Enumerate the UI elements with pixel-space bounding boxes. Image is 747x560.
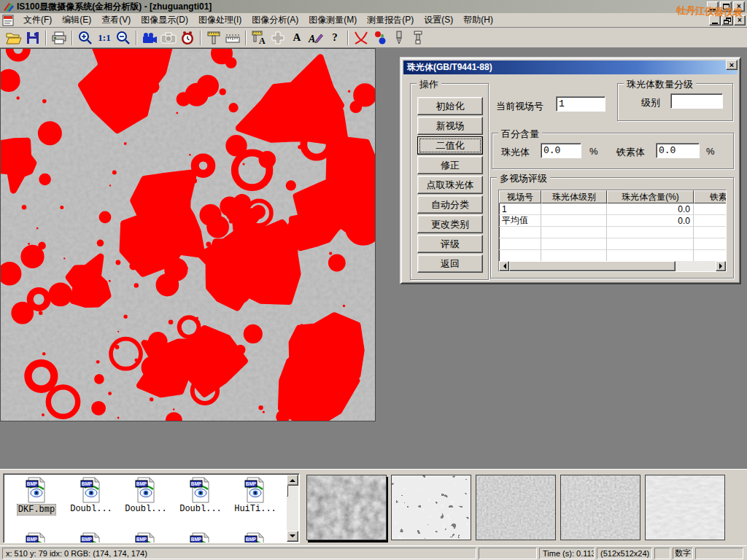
initialize-button[interactable]: 初始化 (417, 97, 483, 115)
menu-edit[interactable]: 编辑(E) (57, 12, 96, 28)
menu-file[interactable]: 文件(F) (18, 12, 57, 28)
camera-capture-icon[interactable] (159, 29, 178, 47)
file-item-partial[interactable]: BMP (230, 532, 281, 543)
file-browser-vscrollbar[interactable] (287, 475, 298, 542)
file-name[interactable]: Doubl... (124, 504, 168, 514)
vscroll-thumb[interactable] (287, 485, 288, 497)
thumbnail-3[interactable] (476, 475, 556, 540)
particle-classify-icon[interactable]: a (371, 29, 390, 47)
file-browser[interactable]: BMP DKF.bmp BMP Doubl... BMP Doubl (3, 473, 300, 543)
dialog-titlebar[interactable]: 珠光体(GB/T9441-88) (403, 61, 738, 74)
help-icon[interactable]: ? (325, 29, 344, 47)
file-name[interactable]: HuiTi... (233, 504, 277, 514)
statusbar: x: 510 y: 79 idx: 0 RGB: (174, 174, 174)… (0, 545, 747, 560)
ruler-measure-icon[interactable] (223, 29, 242, 47)
titlebar: IS100显微摄像系统(金相分析版) - [zhuguangti01] × 牡丹… (0, 0, 747, 13)
pen-tool-icon[interactable] (390, 29, 409, 47)
merge-cross-icon[interactable] (268, 29, 287, 47)
hscroll-thumb[interactable] (509, 261, 676, 271)
col-pearlite-content[interactable]: 珠光体含量(%) (607, 190, 694, 203)
current-field-input[interactable] (556, 96, 605, 112)
zoom-in-icon[interactable] (76, 29, 95, 47)
menu-image-measure[interactable]: 图像测量(M) (303, 12, 362, 28)
pearlite-dialog: 珠光体(GB/T9441-88) × 操作 初始化 新视场 二值化 修正 点取珠… (400, 57, 741, 284)
menu-measure-report[interactable]: 测量报告(P) (362, 12, 419, 28)
file-item[interactable]: BMP DKF.bmp (11, 477, 62, 516)
video-capture-icon[interactable] (140, 29, 159, 47)
file-item[interactable]: BMP Doubl... (66, 477, 117, 514)
file-item-partial[interactable]: BMP (11, 532, 62, 543)
thumbnail-5[interactable] (645, 475, 725, 540)
svg-text:A: A (308, 34, 315, 44)
open-file-icon[interactable] (4, 29, 23, 47)
ferrite-percent-input[interactable] (656, 143, 700, 158)
brush-tool-icon[interactable] (409, 29, 427, 47)
file-item-partial[interactable]: BMP (66, 532, 117, 543)
return-button[interactable]: 返回 (417, 254, 483, 273)
table-row[interactable]: 平均值 0.0 (499, 215, 727, 227)
text-annotation-icon[interactable]: A (306, 29, 325, 47)
grading-group: 珠光体数量分级 级别 (617, 83, 733, 121)
table-hscrollbar[interactable] (499, 261, 726, 271)
mdi-child-icon[interactable] (2, 15, 15, 26)
level-input[interactable] (670, 93, 723, 109)
hscroll-track[interactable] (676, 261, 716, 271)
file-item[interactable]: BMP HuiTi... (230, 477, 281, 514)
menu-image-analysis[interactable]: 图像分析(A) (247, 12, 303, 28)
scroll-up-button[interactable] (287, 475, 298, 486)
left-arrow-icon (500, 263, 506, 269)
pearlite-percent-input[interactable] (541, 143, 581, 158)
menu-image-display[interactable]: 图像显示(D) (136, 12, 193, 28)
bottom-panel: BMP DKF.bmp BMP Doubl... BMP Doubl (0, 469, 747, 545)
table-row[interactable]: 1 0.0 (499, 203, 727, 215)
col-pearlite-grade[interactable]: 珠光体级别 (541, 190, 607, 203)
caliper-measure-icon[interactable] (204, 29, 223, 47)
file-item-partial[interactable]: BMP (175, 532, 226, 543)
menu-image-processing[interactable]: 图像处理(I) (193, 12, 247, 28)
status-image-size: (512x512x24) (597, 548, 652, 559)
rating-table[interactable]: 视场号 珠光体级别 珠光体含量(%) 铁素体 1 0.0 平均 (498, 190, 727, 272)
pick-pearlite-button[interactable]: 点取珠光体 (417, 176, 483, 194)
scroll-down-button[interactable] (287, 531, 298, 542)
toolbar-separator (136, 31, 137, 45)
thumbnail-4[interactable] (560, 475, 640, 540)
print-icon[interactable] (50, 29, 69, 47)
actual-size-icon[interactable]: 1:1 (95, 29, 114, 47)
curve-tool-icon[interactable] (352, 29, 371, 47)
menu-help[interactable]: 帮助(H) (458, 12, 498, 28)
auto-classify-button[interactable]: 自动分类 (417, 195, 483, 214)
text-label-icon[interactable]: A (287, 29, 306, 47)
menu-settings[interactable]: 设置(S) (419, 12, 458, 28)
file-item[interactable]: BMP Doubl... (175, 477, 226, 514)
col-ferrite[interactable]: 铁素体 (694, 190, 727, 203)
binarize-button[interactable]: 二值化 (417, 136, 483, 155)
file-item-partial[interactable]: BMP (120, 532, 171, 543)
new-field-button[interactable]: 新视场 (417, 117, 483, 135)
rate-button[interactable]: 评级 (417, 235, 483, 253)
thumbnail-2[interactable] (391, 475, 471, 540)
save-icon[interactable] (23, 29, 42, 47)
file-name[interactable]: DKF.bmp (17, 504, 56, 516)
scroll-right-button[interactable] (716, 261, 726, 271)
col-field-number[interactable]: 视场号 (499, 190, 541, 203)
thumbnail-1[interactable] (306, 475, 387, 540)
bmp-file-icon: BMP (135, 532, 157, 543)
file-item[interactable]: BMP Doubl... (120, 477, 171, 514)
menu-view[interactable]: 查看(V) (96, 12, 136, 28)
ferrite-unit: % (706, 146, 715, 157)
dialog-close-button[interactable]: × (726, 60, 738, 70)
timer-clock-icon[interactable] (178, 29, 197, 47)
thumbnail-2-image (392, 475, 471, 540)
correct-button[interactable]: 修正 (417, 156, 483, 174)
file-name[interactable]: Doubl... (69, 504, 113, 514)
pearlite-unit: % (589, 146, 598, 157)
change-category-button[interactable]: 更改类别 (417, 215, 483, 233)
caliper-text-measure-icon[interactable]: A (249, 29, 268, 47)
scroll-left-button[interactable] (499, 261, 509, 271)
file-name[interactable]: Doubl... (179, 504, 222, 514)
toolbar-separator (347, 31, 349, 45)
status-empty-panel (654, 548, 670, 559)
micrograph-image[interactable] (0, 48, 376, 421)
svg-text:BMP: BMP (82, 537, 93, 542)
zoom-out-icon[interactable] (114, 29, 133, 47)
